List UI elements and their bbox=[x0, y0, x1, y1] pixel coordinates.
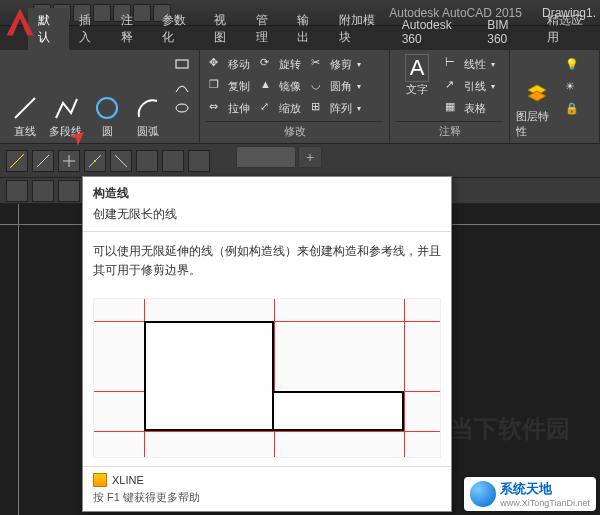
layers-icon bbox=[523, 79, 551, 107]
trim-icon: ✂ bbox=[311, 56, 327, 72]
move-button[interactable]: ✥移动 bbox=[206, 54, 253, 74]
svg-point-9 bbox=[94, 160, 96, 162]
svg-line-5 bbox=[37, 155, 49, 167]
copy-button[interactable]: ❐复制 bbox=[206, 76, 253, 96]
tooltip-f1-hint: 按 F1 键获得更多帮助 bbox=[93, 490, 441, 505]
panel-annotation: A 文字 ⊢线性▾ ↗引线▾ ▦表格 注释 bbox=[390, 50, 510, 143]
xline-tooltip: 构造线 创建无限长的线 可以使用无限延伸的线（例如构造线）来创建构造和参考线，并… bbox=[82, 176, 452, 512]
scale-button[interactable]: ⤢缩放 bbox=[257, 98, 304, 118]
layer-light-button[interactable]: 💡 bbox=[562, 54, 582, 74]
line-icon bbox=[11, 94, 39, 122]
tab-a360[interactable]: Autodesk 360 bbox=[392, 14, 478, 50]
join-tool[interactable] bbox=[162, 150, 184, 172]
stretch-icon: ⇔ bbox=[209, 100, 225, 116]
point-tool[interactable] bbox=[58, 150, 80, 172]
app-menu-button[interactable] bbox=[2, 4, 38, 40]
text-icon: A bbox=[405, 54, 430, 82]
layer-prop-button[interactable]: 图层特性 bbox=[516, 54, 558, 139]
layer-lock-button[interactable]: 🔒 bbox=[562, 98, 582, 118]
tooltip-title: 构造线 bbox=[83, 177, 451, 206]
rect-button[interactable] bbox=[171, 54, 193, 74]
scale-icon: ⤢ bbox=[260, 100, 276, 116]
rotate-icon: ⟳ bbox=[260, 56, 276, 72]
table-button[interactable]: ▦表格 bbox=[442, 98, 498, 118]
ribbon-tabs: 默认 插入 注释 参数化 视图 管理 输出 附加模块 Autodesk 360 … bbox=[0, 26, 600, 50]
tooltip-body: 可以使用无限延伸的线（例如构造线）来创建构造和参考线，并且其可用于修剪边界。 bbox=[83, 232, 451, 290]
region-tool[interactable] bbox=[6, 180, 28, 202]
ellipse-button[interactable] bbox=[171, 98, 193, 118]
svg-line-0 bbox=[15, 98, 35, 118]
tooltip-footer: XLINE 按 F1 键获得更多帮助 bbox=[83, 466, 451, 511]
trim-button[interactable]: ✂修剪▾ bbox=[308, 54, 364, 74]
tab-bim360[interactable]: BIM 360 bbox=[477, 14, 537, 50]
bulb-icon: 💡 bbox=[565, 58, 579, 71]
ellipse-icon bbox=[174, 100, 190, 116]
leader-icon: ↗ bbox=[445, 78, 461, 94]
panel-modify-title: 修改 bbox=[206, 121, 383, 139]
copy-icon: ❐ bbox=[209, 78, 225, 94]
command-icon bbox=[93, 473, 107, 487]
dim-icon: ⊢ bbox=[445, 56, 461, 72]
sun-icon: ☀ bbox=[565, 80, 575, 93]
array-button[interactable]: ⊞阵列▾ bbox=[308, 98, 364, 118]
linear-dim-button[interactable]: ⊢线性▾ bbox=[442, 54, 498, 74]
divide-tool[interactable] bbox=[84, 150, 106, 172]
spline-icon bbox=[174, 78, 190, 94]
spline-button[interactable] bbox=[171, 76, 193, 96]
wipeout-tool[interactable] bbox=[32, 180, 54, 202]
move-icon: ✥ bbox=[209, 56, 225, 72]
drawing-tab[interactable] bbox=[236, 146, 296, 168]
svg-point-3 bbox=[176, 104, 188, 112]
polyline-icon bbox=[52, 94, 80, 122]
fillet-button[interactable]: ◡圆角▾ bbox=[308, 76, 364, 96]
array-icon: ⊞ bbox=[311, 100, 327, 116]
tab-insert[interactable]: 插入 bbox=[69, 8, 110, 50]
more-tool[interactable] bbox=[188, 150, 210, 172]
panel-layer: 图层特性 💡 ☀ 🔒 bbox=[510, 50, 600, 143]
circle-icon bbox=[93, 94, 121, 122]
document-tabs: + bbox=[236, 145, 324, 169]
layer-freeze-button[interactable]: ☀ bbox=[562, 76, 582, 96]
mirror-button[interactable]: ▲镜像 bbox=[257, 76, 304, 96]
ribbon: 直线 多段线 圆 圆弧 ✥移动 bbox=[0, 50, 600, 144]
arc-button[interactable]: 圆弧 bbox=[130, 54, 167, 139]
panel-draw: 直线 多段线 圆 圆弧 bbox=[0, 50, 200, 143]
tab-output[interactable]: 输出 bbox=[287, 8, 328, 50]
tab-featured[interactable]: 精选应用 bbox=[537, 8, 600, 50]
tooltip-command: XLINE bbox=[93, 473, 441, 487]
panel-modify: ✥移动 ❐复制 ⇔拉伸 ⟳旋转 ▲镜像 ⤢缩放 ✂修剪▾ ◡圆角▾ ⊞阵列▾ 修… bbox=[200, 50, 390, 143]
leader-button[interactable]: ↗引线▾ bbox=[442, 76, 498, 96]
mirror-icon: ▲ bbox=[260, 78, 276, 94]
donut-tool[interactable] bbox=[58, 180, 80, 202]
tab-view[interactable]: 视图 bbox=[204, 8, 245, 50]
panel-annot-title: 注释 bbox=[396, 121, 503, 139]
xline-tool[interactable] bbox=[6, 150, 28, 172]
fillet-icon: ◡ bbox=[311, 78, 327, 94]
svg-line-10 bbox=[115, 155, 127, 167]
rotate-button[interactable]: ⟳旋转 bbox=[257, 54, 304, 74]
axis-vertical bbox=[18, 204, 19, 515]
break-tool[interactable] bbox=[136, 150, 158, 172]
svg-line-4 bbox=[10, 154, 24, 168]
ray-tool[interactable] bbox=[32, 150, 54, 172]
svg-point-1 bbox=[97, 98, 117, 118]
arc-icon bbox=[134, 94, 162, 122]
rect-icon bbox=[174, 56, 190, 72]
tooltip-diagram bbox=[93, 298, 441, 458]
watermark-2: 系统天地 www.XiTongTianDi.net bbox=[464, 477, 596, 511]
svg-rect-2 bbox=[176, 60, 188, 68]
table-icon: ▦ bbox=[445, 100, 461, 116]
text-button[interactable]: A 文字 bbox=[396, 54, 438, 121]
tab-addins[interactable]: 附加模块 bbox=[329, 8, 392, 50]
circle-button[interactable]: 圆 bbox=[89, 54, 126, 139]
lock-icon: 🔒 bbox=[565, 102, 579, 115]
stretch-button[interactable]: ⇔拉伸 bbox=[206, 98, 253, 118]
tab-manage[interactable]: 管理 bbox=[246, 8, 287, 50]
new-drawing-tab[interactable]: + bbox=[298, 146, 322, 168]
tooltip-subtitle: 创建无限长的线 bbox=[83, 206, 451, 232]
tab-annotate[interactable]: 注释 bbox=[111, 8, 152, 50]
tab-parametric[interactable]: 参数化 bbox=[152, 8, 204, 50]
globe-icon bbox=[470, 481, 496, 507]
measure-tool[interactable] bbox=[110, 150, 132, 172]
line-button[interactable]: 直线 bbox=[6, 54, 43, 139]
